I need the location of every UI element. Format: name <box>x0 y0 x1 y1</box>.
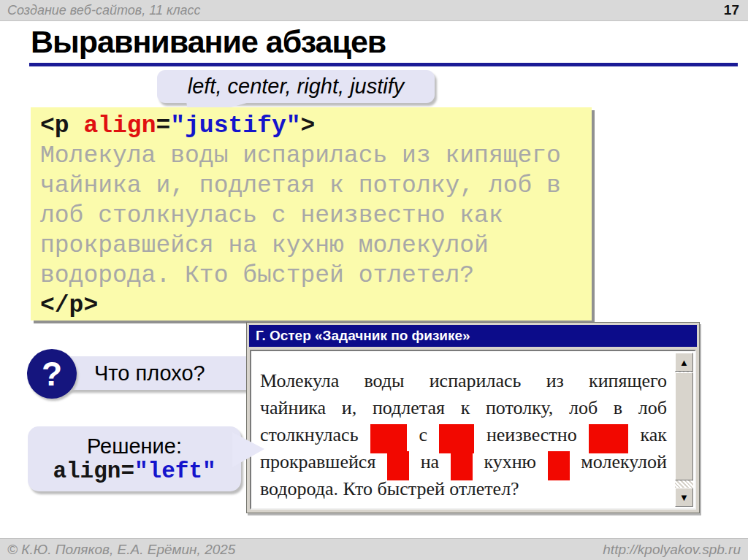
site-url: http://kpolyakov.spb.ru <box>603 539 741 560</box>
code-segment: водорода. Кто быстрей отлетел? <box>40 262 474 289</box>
scroll-up-button[interactable]: ▲ <box>675 353 693 372</box>
word: подлетая <box>373 397 445 419</box>
red-gap-block <box>548 451 570 480</box>
word: и, <box>342 397 356 419</box>
word: лоб <box>569 397 598 419</box>
footer-bar: © К.Ю. Поляков, Е.А. Ерёмин, 2025 http:/… <box>0 538 748 560</box>
window-text-line: столкнуласьснеизвестнокак <box>260 421 667 448</box>
arrow-up-icon: ▲ <box>679 357 689 368</box>
scrollbar-track[interactable] <box>675 480 693 488</box>
page-title: Выравнивание абзацев <box>31 24 386 60</box>
code-segment: чайника и, подлетая к потолку, лоб в <box>40 172 561 199</box>
red-gap-block <box>451 451 473 480</box>
word: чайника <box>260 397 326 419</box>
solution-code-attr: align= <box>53 459 134 484</box>
arrow-down-icon: ▼ <box>679 492 689 503</box>
code-line: чайника и, подлетая к потолку, лоб в <box>40 171 592 201</box>
header-bar: Создание веб-сайтов, 11 класс 17 <box>0 0 748 21</box>
word: столкнулась <box>260 424 359 446</box>
word: как <box>641 424 667 446</box>
code-line: <p align="justify"> <box>40 111 592 141</box>
code-segment: "justify" <box>170 112 300 139</box>
code-segment: <p <box>40 112 83 139</box>
question-glyph: ? <box>42 354 62 394</box>
solution-code-value: "left" <box>134 459 216 484</box>
word: неизвестно <box>486 424 577 446</box>
code-segment: </p> <box>40 292 98 319</box>
red-gap-block <box>439 424 474 453</box>
word: Молекула <box>260 370 339 392</box>
window-text-line: Молекулаводыиспариласьизкипящего <box>260 367 667 394</box>
page-number: 17 <box>724 0 739 20</box>
code-line: Молекула воды испарилась из кипящего <box>40 141 592 171</box>
code-line: </p> <box>40 291 592 321</box>
slide: Создание веб-сайтов, 11 класс 17 Выравни… <box>0 0 748 560</box>
code-segment: прокравшейся на кухню молекулой <box>40 232 489 259</box>
word: кухню <box>484 451 536 473</box>
code-segment: align <box>83 112 156 139</box>
red-gap-block <box>589 424 628 453</box>
scroll-down-button[interactable]: ▼ <box>675 488 693 507</box>
viewer-window: Г. Остер «Задачник по физике» Молекулаво… <box>246 322 700 513</box>
code-line: водорода. Кто быстрей отлетел? <box>40 261 592 291</box>
red-gap-block <box>387 451 409 480</box>
word: молекулой <box>581 451 667 473</box>
word: водорода. Кто быстрей отлетел? <box>260 478 519 500</box>
window-content: Молекулаводыиспариласьизкипящегочайникаи… <box>250 350 696 510</box>
question-label: Что плохо? <box>94 361 205 385</box>
course-label: Создание веб-сайтов, 11 класс <box>7 0 201 20</box>
word: к <box>461 397 470 419</box>
word: лоб <box>638 397 667 419</box>
word: воды <box>364 370 404 392</box>
solution-callout: Решение: align="left" <box>28 426 241 491</box>
word: на <box>421 451 439 473</box>
red-gap-block <box>370 424 407 453</box>
code-line: прокравшейся на кухню молекулой <box>40 231 592 261</box>
align-values-text: left, center, right, justify <box>188 74 405 99</box>
align-values-callout: left, center, right, justify <box>157 70 435 103</box>
word: кипящего <box>589 370 667 392</box>
solution-code: align="left" <box>53 459 215 485</box>
word: потолку, <box>486 397 553 419</box>
question-label-box: Что плохо? <box>52 356 275 390</box>
title-underline <box>29 63 738 66</box>
word: в <box>614 397 622 419</box>
word: прокравшейся <box>260 451 375 473</box>
html-code-block: <p align="justify">Молекула воды испарил… <box>31 107 592 321</box>
word: испарилась <box>430 370 522 392</box>
word: с <box>419 424 427 446</box>
copyright-text: © К.Ю. Поляков, Е.А. Ерёмин, 2025 <box>7 539 235 560</box>
code-line: лоб столкнулась с неизвестно как <box>40 201 592 231</box>
question-mark-icon: ? <box>27 349 77 399</box>
window-text: Молекулаводыиспариласьизкипящегочайникаи… <box>260 367 667 507</box>
window-title: Г. Остер «Задачник по физике» <box>256 328 470 343</box>
code-segment: Молекула воды испарилась из кипящего <box>40 142 561 169</box>
code-segment: > <box>301 112 316 139</box>
window-titlebar: Г. Остер «Задачник по физике» <box>249 325 697 347</box>
vertical-scrollbar[interactable]: ▲ ▼ <box>675 353 693 507</box>
solution-tail-icon <box>232 431 266 469</box>
solution-label: Решение: <box>87 434 182 459</box>
code-segment: лоб столкнулась с неизвестно как <box>40 202 503 229</box>
word: из <box>546 370 564 392</box>
scrollbar-thumb[interactable] <box>675 372 693 480</box>
code-segment: = <box>156 112 170 139</box>
window-text-line: чайникаи,подлетаякпотолку,лобвлоб <box>260 394 667 421</box>
